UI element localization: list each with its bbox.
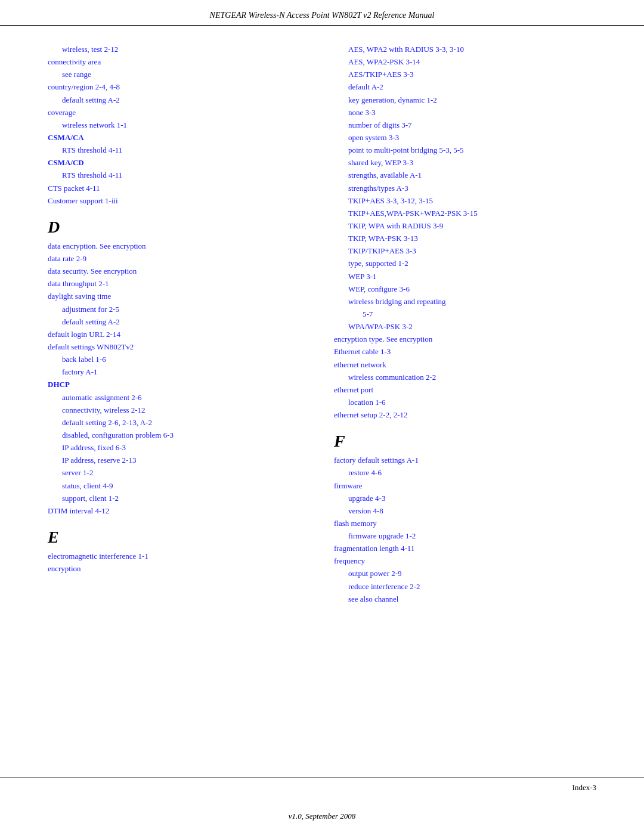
index-entry-text: automatic assignment 2-6 [62,393,142,402]
list-item: 5-7 [363,308,596,320]
section-d-letter: D [48,218,310,237]
list-item: RTS threshold 4-11 [62,169,310,181]
list-item: status, client 4-9 [62,480,310,492]
index-entry-text: default A-2 [348,82,383,91]
index-entry-text: TKIP+AES,WPA-PSK+WPA2-PSK 3-15 [348,209,478,218]
index-entry-text: ethernet port [334,385,373,394]
index-entry-text: wireless, test 2-12 [62,45,118,54]
list-item: electromagnetic interference 1-1 [48,550,310,562]
list-item: encryption [48,563,310,575]
index-entry-text: location 1-6 [348,398,385,407]
list-item: strengths/types A-3 [348,182,596,194]
list-item: fragmentation length 4-11 [334,543,596,555]
index-entry-text: CSMA/CD [48,158,84,167]
index-entry-text: see range [62,70,91,79]
list-item: IP address, reserve 2-13 [62,454,310,466]
list-item: TKIP+AES,WPA-PSK+WPA2-PSK 3-15 [348,208,596,219]
index-entry-text: strengths, available A-1 [348,171,422,179]
list-item: data rate 2-9 [48,253,310,265]
index-entry-text: IP address, reserve 2-13 [62,456,136,465]
list-item: WPA/WPA-PSK 3-2 [348,321,596,333]
left-column: wireless, test 2-12connectivity areasee … [48,44,310,606]
list-item: data security. See encryption [48,265,310,277]
list-item: wireless communication 2-2 [348,371,596,383]
index-entry-text: support, client 1-2 [62,494,119,503]
index-entry-text: factory default settings A-1 [334,456,419,465]
index-entry-text: WEP 3-1 [348,272,377,281]
index-entry-text: TKIP, WPA with RADIUS 3-9 [348,221,443,230]
index-entry-text: wireless network 1-1 [62,120,127,129]
list-item: strengths, available A-1 [348,169,596,181]
list-item: TKIP, WPA with RADIUS 3-9 [348,220,596,232]
index-entry-text: country/region 2-4, 4-8 [48,82,120,91]
list-item: RTS threshold 4-11 [62,144,310,156]
index-entry-text: connectivity, wireless 2-12 [62,405,145,414]
index-entry-text: RTS threshold 4-11 [62,145,122,154]
index-entry-text: flash memory [334,519,377,528]
section-e: E electromagnetic interference 1-1encryp… [48,528,310,575]
list-item: disabled, configuration problem 6-3 [62,429,310,441]
index-entry-text: encryption type. See encryption [334,335,432,343]
section-f-letter: F [334,432,596,451]
list-item: Ethernet cable 1-3 [334,346,596,358]
list-item: AES, WPA2 with RADIUS 3-3, 3-10 [348,44,596,55]
index-entry-text: firmware upgrade 1-2 [348,531,416,540]
index-entry-text: WPA/WPA-PSK 3-2 [348,322,413,331]
list-item: TKIP, WPA-PSK 3-13 [348,233,596,244]
section-d: D data encryption. See encryptiondata ra… [48,218,310,517]
index-entry-text: see also channel [348,594,398,603]
index-entry-text: frequency [334,556,365,565]
index-entry-text: factory A-1 [62,367,98,376]
list-item: output power 2-9 [348,568,596,580]
index-entry-text: point to multi-point bridging 5-3, 5-5 [348,145,464,154]
list-item: wireless bridging and repeating [348,296,596,308]
index-entry-text: version 4-8 [348,506,383,515]
list-item: ethernet setup 2-2, 2-12 [334,409,596,421]
index-entry-text: back label 1-6 [62,355,106,364]
list-item: AES/TKIP+AES 3-3 [348,69,596,80]
index-entry-text: default setting A-2 [62,95,120,104]
list-item: WEP 3-1 [348,271,596,283]
index-entry-text: CSMA/CA [48,133,84,142]
index-entry-text: CTS packet 4-11 [48,184,100,193]
index-entry-text: server 1-2 [62,468,93,477]
list-item: support, client 1-2 [62,493,310,504]
index-entry-text: RTS threshold 4-11 [62,171,122,179]
list-item: AES, WPA2-PSK 3-14 [348,56,596,68]
list-item: DHCP [48,379,310,391]
list-item: connectivity, wireless 2-12 [62,404,310,416]
index-entry-text: strengths/types A-3 [348,184,408,193]
index-entry-text: IP address, fixed 6-3 [62,443,126,452]
list-item: factory A-1 [62,366,310,378]
list-item: CTS packet 4-11 [48,182,310,194]
list-item: default A-2 [348,81,596,93]
index-entry-text: default login URL 2-14 [48,330,120,339]
list-item: reduce interference 2-2 [348,581,596,593]
list-item: factory default settings A-1 [334,454,596,466]
index-entry-text: output power 2-9 [348,569,402,578]
index-entry-text: Customer support 1-iii [48,196,118,205]
index-entry-text: default setting A-2 [62,317,120,326]
list-item: DTIM interval 4-12 [48,505,310,517]
main-content: wireless, test 2-12connectivity areasee … [0,26,644,618]
page: NETGEAR Wireless-N Access Point WN802T v… [0,0,644,833]
list-item: key generation, dynamic 1-2 [348,94,596,106]
index-entry-text: type, supported 1-2 [348,259,408,268]
index-entry-text: default settings WN802Tv2 [48,342,134,351]
more-e-entries: encryption type. See encryptionEthernet … [334,333,596,421]
index-entry-text: DHCP [48,380,70,389]
index-entry-text: wireless communication 2-2 [348,373,436,382]
list-item: flash memory [334,518,596,529]
index-entry-text: AES, WPA2-PSK 3-14 [348,57,420,66]
list-item: firmware upgrade 1-2 [348,530,596,542]
list-item: see range [62,69,310,80]
index-entry-text: data rate 2-9 [48,254,86,263]
index-entry-text: disabled, configuration problem 6-3 [62,431,174,439]
index-entry-text: 5-7 [363,309,373,318]
index-entry-text: DTIM interval 4-12 [48,506,109,515]
index-entry-text: TKIP, WPA-PSK 3-13 [348,234,418,243]
index-entry-text: data security. See encryption [48,267,137,275]
list-item: open system 3-3 [348,132,596,144]
index-entry-text: number of digits 3-7 [348,120,412,129]
index-entry-text: data throughput 2-1 [48,279,109,288]
